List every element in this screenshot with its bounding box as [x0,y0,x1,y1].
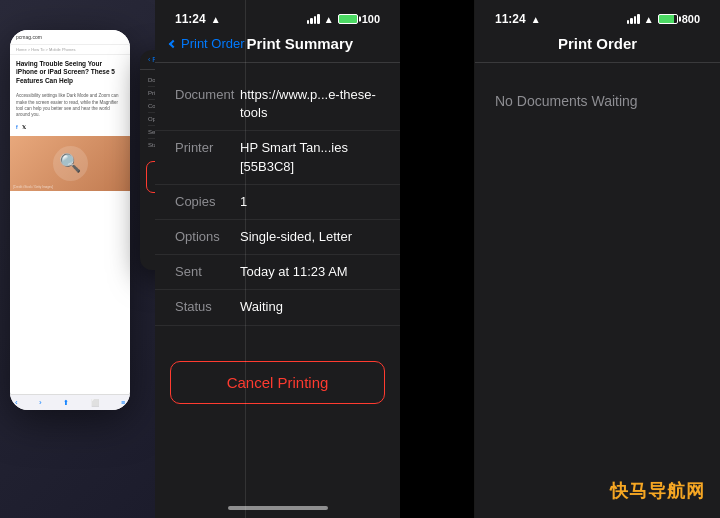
right-signal-icon [627,14,640,24]
status-row: Status Waiting [155,290,400,325]
article-site: pcmag.com [10,30,130,45]
safari-toolbar: ‹ › ⬆ ⬜ ≡ [10,394,130,410]
middle-phone-panel: 11:24 ▲ ▲ 100 Print Order Print Summary … [155,0,400,518]
status-icons-right: ▲ 100 [307,13,380,25]
article-image: 🔍 [Credit: iStock / Getty Images] [10,136,130,191]
copies-row: Copies 1 [155,185,400,220]
bookmarks-icon: ≡ [121,399,125,406]
forward-nav-icon: › [39,398,42,407]
status-time-left: 11:24 ▲ [175,12,221,26]
right-nav-bar: Print Order [475,31,720,63]
page-title: Print Summary [245,35,355,52]
cancel-label: Cancel Printing [227,374,329,391]
no-documents-label: No Documents Waiting [475,63,720,139]
right-status-icons: ▲ 800 [627,13,700,25]
printer-row: Printer HP Smart Tan...ies [55B3C8] [155,131,400,184]
article-body: Accessibility settings like Dark Mode an… [10,90,130,121]
tabs-icon: ⬜ [91,399,100,407]
home-indicator [228,506,328,510]
right-location-icon: ▲ [531,14,541,25]
middle-time: 11:24 [175,12,206,26]
article-title: Having Trouble Seeing Your iPhone or iPa… [10,55,130,90]
share-icon: ⬆ [63,399,69,407]
middle-status-bar: 11:24 ▲ ▲ 100 [155,0,400,31]
back-label: Print Order [181,36,245,51]
battery-icon [338,14,358,24]
middle-nav-bar: Print Order Print Summary [155,31,400,63]
options-row: Options Single-sided, Letter [155,220,400,255]
image-credit: [Credit: iStock / Getty Images] [13,185,53,189]
right-phone-panel: 11:24 ▲ ▲ 800 Print Order No Documents W… [475,0,720,518]
right-battery-label: 800 [682,13,700,25]
right-status-time: 11:24 ▲ [495,12,541,26]
wifi-icon: ▲ [324,14,334,25]
print-summary-content: Document https://www.p...e-these-tools P… [155,63,400,341]
cancel-printing-button[interactable]: Cancel Printing [170,361,385,404]
back-nav-icon: ‹ [15,398,18,407]
left-divider [245,0,246,518]
chevron-left-icon [169,39,177,47]
battery-label: 100 [362,13,380,25]
back-button[interactable]: Print Order [170,36,245,51]
article-breadcrumb: Home > How To > Mobile Phones [10,45,130,55]
location-icon: ▲ [211,14,221,25]
watermark: 快马导航网 [610,479,705,503]
social-icons: f 𝕏 [10,122,130,132]
document-row: Document https://www.p...e-these-tools [155,78,400,131]
right-battery-icon [658,14,678,24]
sent-row: Sent Today at 11:23 AM [155,255,400,290]
signal-icon [307,14,320,24]
right-status-bar: 11:24 ▲ ▲ 800 [475,0,720,31]
right-page-title: Print Order [558,35,637,52]
right-wifi-icon: ▲ [644,14,654,25]
twitter-icon: 𝕏 [22,124,26,130]
left-phone-screen: pcmag.com Home > How To > Mobile Phones … [10,30,130,410]
right-time: 11:24 [495,12,526,26]
facebook-icon: f [16,124,18,130]
